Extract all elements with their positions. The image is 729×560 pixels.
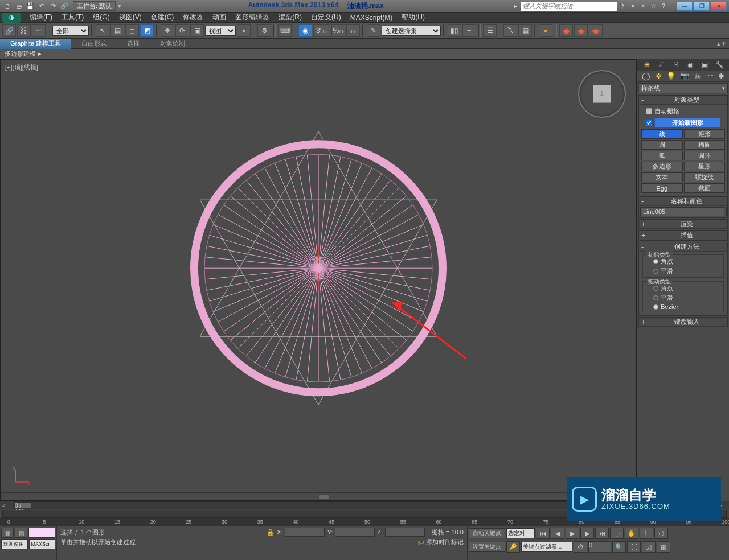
ribbon-tab-freeform[interactable]: 自由形式 [71,39,117,49]
qat-new-icon[interactable]: 🗋 [2,2,13,11]
tb-select-link-icon[interactable]: 🔗 [2,24,16,37]
title-arrow-icon[interactable]: ▸ [511,2,520,10]
tb-schematic-icon[interactable]: ▦ [518,24,532,37]
viewport[interactable]: [+][顶][线框] 上 y x [0,59,637,501]
add-time-tag[interactable]: 添加时间标记 [426,538,464,546]
tb-editnamed-icon[interactable]: ✎ [367,24,380,37]
tb-align-icon[interactable]: ⫟ [462,24,476,37]
coord-y-input[interactable] [335,528,375,537]
rollout-keyboard[interactable]: 键盘输入 [648,318,725,326]
object-name-input[interactable] [640,207,724,216]
cmd-modify-icon[interactable]: ☄ [657,60,666,69]
qat-save-icon[interactable]: 💾 [25,2,35,11]
tb-pivot-icon[interactable]: ▪ [237,24,251,37]
selection-filter-dropdown[interactable]: 全部 [52,26,89,36]
cat-systems-icon[interactable]: ✱ [718,72,724,80]
shape-ellipse-button[interactable]: 椭圆 [684,140,726,150]
tb-rendered-frame-icon[interactable]: 🫖 [574,24,588,37]
current-frame-input[interactable]: 0 [588,541,611,553]
tb-curve-editor-icon[interactable]: 〽 [503,24,517,37]
help-search-input[interactable]: 键入关键字或短语 [521,2,617,11]
shape-star-button[interactable]: 星形 [684,162,726,171]
menu-customize[interactable]: 自定义(U) [306,13,346,22]
rollout-render[interactable]: 渲染 [648,220,725,228]
menu-views[interactable]: 视图(V) [114,13,146,22]
rollout-object-type[interactable]: 对象类型 [648,96,725,104]
shape-line-button[interactable]: 线 [641,129,683,139]
menu-rendering[interactable]: 渲染(R) [274,13,306,22]
ribbon-sub-chevron-icon[interactable]: ▸ [38,50,42,57]
cmd-motion-icon[interactable]: ◉ [686,60,695,69]
tb-keymode-icon[interactable]: ⌨ [278,24,292,37]
ribbon-expand-icon[interactable]: ▴ ▾ [714,40,729,47]
newshape-checkbox[interactable] [646,120,652,126]
status-script-icon[interactable]: ▦ [1,528,14,538]
tb-render-setup-icon[interactable]: 🫖 [559,24,573,37]
title-signin-icon[interactable]: ✕ [628,2,637,10]
initial-smooth-radio[interactable]: 平滑 [644,266,722,276]
tb-manip-icon[interactable]: ⚙ [257,24,271,37]
time-tag-icon[interactable]: 🏷 [417,539,424,546]
named-selection-dropdown[interactable]: 创建选择集 [382,26,441,36]
menu-animation[interactable]: 动画 [208,13,231,22]
search-binoculars-icon[interactable]: 🔭 [618,2,627,10]
drag-bezier-radio[interactable]: Bezier [644,303,722,311]
key-target-dropdown[interactable]: 选定对 [506,528,535,538]
shape-text-button[interactable]: 文本 [641,172,683,182]
play-start-icon[interactable]: ⏮ [536,528,550,539]
play-end-icon[interactable]: ⏭ [595,528,609,539]
qat-undo-icon[interactable]: ↶ [36,2,47,11]
nav-orbit-icon[interactable]: ⭯ [654,528,668,539]
nav-zoom-icon[interactable]: 🔍 [612,541,626,553]
nav-isolate-icon[interactable]: ⬚ [610,528,624,539]
app-menu-button[interactable]: ◑ [2,13,21,23]
menu-tools[interactable]: 工具(T) [57,13,88,22]
menu-create[interactable]: 创建(C) [146,13,179,22]
tb-select-name-icon[interactable]: ▤ [110,24,124,37]
object-color-swatch[interactable] [726,207,727,216]
tb-percent-snap-icon[interactable]: %∩ [331,24,345,37]
drag-smooth-radio[interactable]: 平滑 [644,293,722,303]
nav-maximize-icon[interactable]: ▦ [657,541,670,553]
tb-bind-icon[interactable]: 〰 [32,24,46,37]
viewcube[interactable]: 上 [578,70,626,118]
coord-x-input[interactable] [285,528,325,537]
tb-unlink-icon[interactable]: ⛓ [17,24,31,37]
shape-section-button[interactable]: 截面 [684,183,726,193]
cat-geometry-icon[interactable]: ◯ [642,72,650,80]
play-prev-icon[interactable]: ◀ [551,528,564,539]
shape-arc-button[interactable]: 弧 [641,151,683,160]
cat-lights-icon[interactable]: 💡 [666,72,675,80]
shape-donut-button[interactable]: 圆环 [684,151,726,160]
status-listener-icon[interactable]: ▤ [15,528,27,538]
nav-pan-icon[interactable]: ✋ [625,528,638,539]
time-slider[interactable]: 0 / 100 [14,502,31,509]
title-fav-icon[interactable]: ☆ [649,2,658,10]
category-dropdown[interactable]: 样条线 [638,83,728,93]
timeline-toggle-icon[interactable]: < [2,503,10,509]
auto-key-button[interactable]: 自动关键点 [469,528,505,538]
rollout-name-color[interactable]: 名称和颜色 [648,197,725,205]
shape-helix-button[interactable]: 螺旋线 [684,172,726,182]
maxscript-mini[interactable]: MAXScr [29,539,56,549]
nav-walk-icon[interactable]: 🚶 [640,528,653,539]
time-config-icon[interactable]: ⏱ [574,541,587,553]
nav-fov-icon[interactable]: ◿ [642,541,656,553]
tb-rect-region-icon[interactable]: ◻ [125,24,139,37]
lock-selection-icon[interactable]: 🔒 [267,529,275,536]
tb-layers-icon[interactable]: ☰ [483,24,497,37]
coord-z-input[interactable] [385,528,425,537]
cmd-utilities-icon[interactable]: 🔧 [715,60,724,69]
menu-modifiers[interactable]: 修改器 [178,13,208,22]
window-minimize-button[interactable]: — [677,2,693,11]
window-close-button[interactable]: ✕ [711,2,727,11]
window-restore-button[interactable]: ❐ [694,2,710,11]
tb-mirror-icon[interactable]: ▮▯ [448,24,461,37]
ribbon-tab-paint[interactable]: 对象绘制 [150,39,195,49]
tb-snap-toggle-icon[interactable]: ◉ [298,24,312,37]
cmd-hierarchy-icon[interactable]: ℍ [671,60,681,69]
ribbon-tab-graphite[interactable]: Graphite 建模工具 [0,39,71,49]
tb-window-crossing-icon[interactable]: ◩ [140,24,154,37]
menu-group[interactable]: 组(G) [88,13,114,22]
viewport-label[interactable]: [+][顶][线框] [5,63,38,72]
